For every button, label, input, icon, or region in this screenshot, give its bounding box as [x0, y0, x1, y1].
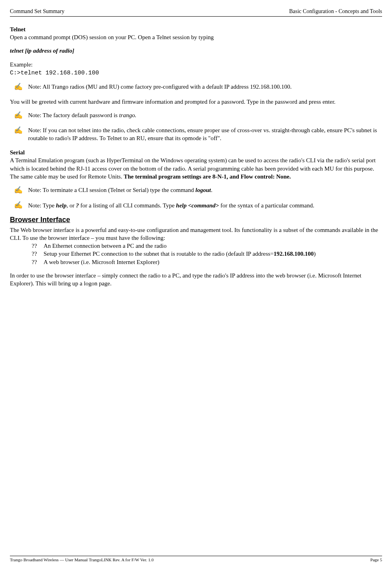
note-help-command: ✍Note: Type help, or ? for a listing of … [10, 201, 382, 210]
telnet-greeting: You will be greeted with current hardwar… [10, 98, 382, 106]
note-logout: ✍ Note: To terminate a CLI session (Teln… [10, 186, 382, 195]
note-text: Note: The factory default password is tr… [28, 111, 382, 119]
note-text: Note: All Trango radios (MU and RU) come… [28, 83, 382, 91]
header-right: Basic Configuration - Concepts and Tools [289, 8, 382, 15]
bullet: ?? [32, 242, 44, 250]
pencil-icon: ✍ [14, 111, 23, 120]
browser-outro: In order to use the browser interface – … [10, 272, 382, 288]
note-default-ip: ✍ Note: All Trango radios (MU and RU) co… [10, 83, 382, 91]
browser-interface-heading: Browser Interface [10, 215, 382, 224]
note-cannot-telnet: ✍ Note: If you can not telnet into the r… [10, 126, 382, 142]
note-default-password: ✍ Note: The factory default password is … [10, 111, 382, 120]
list-text: An Ethernet connection between a PC and … [44, 242, 167, 250]
bullet: ?? [32, 250, 44, 258]
serial-heading: Serial [10, 148, 382, 156]
note-text: Note: If you can not telnet into the rad… [28, 126, 382, 142]
telnet-intro: Open a command prompt (DOS) session on y… [10, 33, 382, 41]
example-command: C:>telnet 192.168.100.100 [10, 68, 382, 77]
pencil-icon: ✍ [14, 201, 23, 209]
page-header: Command Set Summary Basic Configuration … [10, 8, 382, 17]
list-text: Setup your Ethernet PC connection to the… [44, 250, 316, 258]
telnet-syntax: telnet [ip address of radio] [10, 47, 382, 55]
telnet-heading: Telnet [10, 25, 382, 33]
list-item: ?? Setup your Ethernet PC connection to … [32, 250, 382, 258]
bullet: ?? [32, 258, 44, 266]
list-text: A web browser (i.e. Microsoft Internet E… [44, 258, 159, 266]
pencil-icon: ✍ [14, 186, 23, 195]
example-label: Example: [10, 61, 382, 68]
serial-body: A Terminal Emulation program (such as Hy… [10, 156, 382, 180]
browser-intro: The Web browser interface is a powerful … [10, 226, 382, 242]
pencil-icon: ✍ [14, 126, 23, 135]
header-left: Command Set Summary [10, 8, 65, 15]
pencil-icon: ✍ [14, 83, 23, 91]
list-item: ?? An Ethernet connection between a PC a… [32, 242, 382, 250]
note-text: Note: To terminate a CLI session (Telnet… [28, 186, 382, 194]
list-item: ?? A web browser (i.e. Microsoft Interne… [32, 258, 382, 266]
